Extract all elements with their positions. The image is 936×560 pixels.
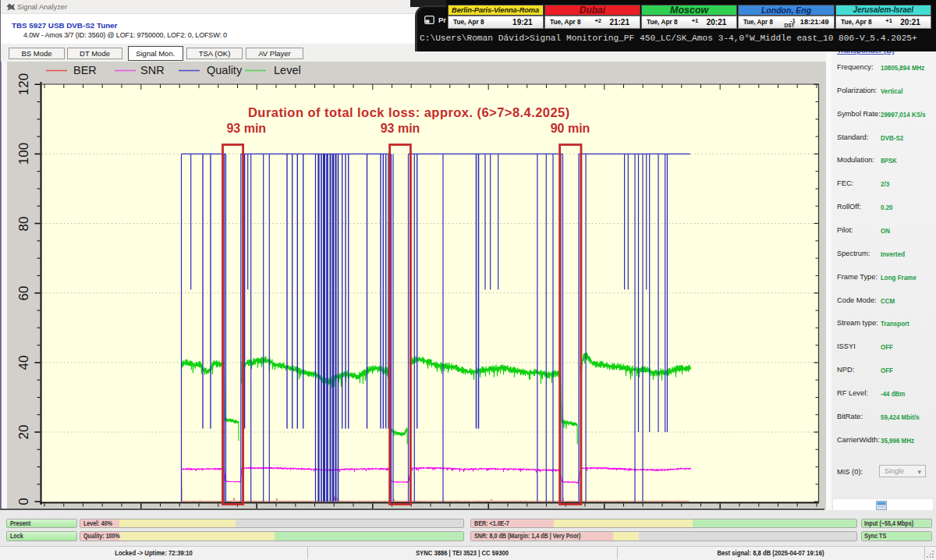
svg-text:Quality: Quality	[207, 64, 243, 76]
svg-text:SNR: SNR	[140, 64, 165, 76]
svg-text:100: 100	[16, 143, 31, 165]
svg-text:40: 40	[16, 356, 31, 370]
svg-text:20: 20	[16, 425, 31, 440]
svg-text:90 min: 90 min	[551, 122, 590, 135]
svg-text:60: 60	[16, 286, 31, 301]
svg-text:0: 0	[16, 498, 31, 505]
svg-text:Level: Level	[274, 64, 301, 76]
svg-text:BER: BER	[73, 64, 97, 76]
svg-text:80: 80	[16, 217, 31, 232]
svg-text:93 min: 93 min	[226, 122, 266, 135]
svg-text:Duration of total lock loss: a: Duration of total lock loss: approx. (6>…	[248, 105, 570, 119]
svg-text:93 min: 93 min	[381, 122, 420, 135]
svg-text:120: 120	[16, 73, 31, 95]
